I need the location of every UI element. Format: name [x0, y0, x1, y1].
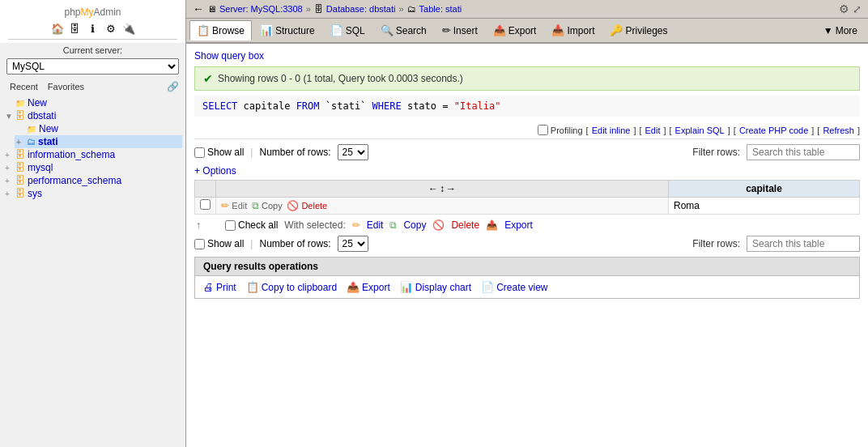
sidebar-item-label[interactable]: New [39, 123, 58, 134]
back-arrow[interactable]: ← [193, 2, 204, 15]
row-delete-link[interactable]: Delete [301, 201, 327, 211]
arrow-left[interactable]: ← [428, 183, 438, 194]
tab-privileges[interactable]: 🔑 Privileges [602, 20, 674, 40]
delete2-icon: 🚫 [432, 219, 445, 231]
plugin-icon[interactable]: 🔌 [121, 21, 136, 36]
filter-input-bottom[interactable] [747, 236, 860, 252]
sql-col: capitale [244, 100, 296, 112]
edit-link[interactable]: Edit [645, 126, 661, 135]
sidebar-item-new-root[interactable]: 📁 New [3, 96, 182, 109]
sql-display: SELECT capitale FROM `stati` WHERE stato… [194, 96, 860, 117]
row-copy-link[interactable]: Copy [262, 201, 283, 211]
tab-recent[interactable]: Recent [6, 81, 41, 93]
tab-search[interactable]: 🔍 Search [373, 20, 434, 40]
more-arrow-icon: ▼ [823, 25, 833, 36]
create-view-link[interactable]: 📄 Create view [481, 281, 547, 293]
sidebar-item-information-schema[interactable]: + 🗄 information_schema [3, 148, 182, 161]
tab-insert[interactable]: ✏ Insert [435, 20, 485, 40]
sidebar-item-label[interactable]: performance_schema [28, 175, 121, 186]
info-icon[interactable]: ℹ [86, 21, 100, 36]
connect-icon[interactable]: 🔗 [167, 81, 179, 93]
sidebar-item-label[interactable]: mysql [28, 162, 53, 173]
with-selected-copy[interactable]: Copy [403, 219, 426, 231]
export-link[interactable]: 📤 Export [347, 281, 390, 293]
collapse-icon[interactable]: ⤢ [853, 3, 862, 15]
sidebar-item-performance-schema[interactable]: + 🗄 performance_schema [3, 174, 182, 187]
show-all-checkbox-top[interactable] [194, 147, 205, 158]
success-text: Showing rows 0 - 0 (1 total, Query took … [218, 73, 463, 84]
tab-import[interactable]: 📥 Import [544, 20, 602, 40]
tab-more[interactable]: ▼ More [816, 21, 865, 40]
sidebar-item-label[interactable]: dbstati [28, 110, 56, 121]
sidebar-item-label[interactable]: New [28, 97, 47, 109]
print-link[interactable]: 🖨 Print [203, 281, 236, 293]
create-php-code-link[interactable]: Create PHP code [739, 126, 808, 135]
display-chart-link[interactable]: 📊 Display chart [400, 281, 471, 293]
show-query-box-link[interactable]: Show query box [194, 50, 860, 62]
check-all-checkbox[interactable] [225, 220, 236, 231]
arrow-right[interactable]: → [446, 183, 456, 194]
query-results-header: Query results operations [195, 258, 859, 276]
row-edit-link[interactable]: Edit [232, 201, 247, 211]
new-icon: 📁 [15, 99, 25, 108]
edit-inline-link[interactable]: Edit inline [592, 126, 631, 135]
db-icon: 🗄 [15, 162, 25, 173]
options-link[interactable]: + Options [194, 165, 860, 177]
row-checkbox[interactable] [200, 199, 211, 210]
sidebar-item-sys[interactable]: + 🗄 sys [3, 187, 182, 200]
breadcrumb-db[interactable]: Database: dbstati [326, 4, 396, 14]
show-all-checkbox-bottom[interactable] [194, 239, 205, 249]
th-capitale[interactable]: capitale [669, 181, 860, 198]
sidebar: phpMyAdmin 🏠 🗄 ℹ ⚙ 🔌 Current server: MyS… [0, 0, 186, 447]
sidebar-item-label[interactable]: stati [38, 136, 58, 147]
profiling-row: Profiling [ Edit inline ] [ Edit ] [ Exp… [194, 123, 860, 139]
sidebar-item-mysql[interactable]: + 🗄 mysql [3, 161, 182, 174]
home-icon[interactable]: 🏠 [50, 21, 65, 36]
with-selected-edit[interactable]: Edit [367, 219, 384, 231]
query-results-box: Query results operations 🖨 Print 📋 Copy … [194, 257, 860, 299]
sidebar-item-stati[interactable]: + 🗂 stati [15, 135, 182, 148]
bracket-mid2: ] [663, 126, 666, 135]
bracket-end: ] [857, 126, 860, 135]
check-all-label[interactable]: Check all [225, 219, 278, 231]
breadcrumb-table[interactable]: Table: stati [419, 4, 462, 14]
server-select[interactable]: MySQL [6, 58, 179, 74]
copy2-icon: ⧉ [389, 219, 397, 231]
refresh-link[interactable]: Refresh [823, 126, 854, 135]
with-selected-delete[interactable]: Delete [451, 219, 479, 231]
sidebar-item-dbstati[interactable]: ▼ 🗄 dbstati [3, 109, 182, 122]
breadcrumb-server[interactable]: Server: MySQL:3308 [219, 4, 303, 14]
tab-browse[interactable]: 📋 Browse [189, 20, 252, 40]
logo: phpMyAdmin [8, 6, 177, 18]
data-table: ← ↕ → capitale ✏ [194, 180, 860, 215]
copy-to-clipboard-link[interactable]: 📋 Copy to clipboard [246, 281, 337, 293]
breadcrumb-settings-icon[interactable]: ⚙ [839, 2, 849, 15]
num-rows-select-top[interactable]: 25 [338, 144, 368, 160]
sidebar-item-label[interactable]: sys [28, 188, 42, 199]
col-header-text: capitale [746, 183, 782, 194]
tab-more-label: More [836, 25, 857, 36]
show-all-label-top[interactable]: Show all [194, 147, 244, 158]
tab-export[interactable]: 📤 Export [486, 20, 544, 40]
profiling-label[interactable]: Profiling [538, 125, 583, 135]
sidebar-item-new-dbstati[interactable]: 📁 New [15, 122, 182, 135]
filter-input-top[interactable] [747, 144, 860, 160]
table-controls-top: Show all | Number of rows: 25 Filter row… [194, 144, 860, 160]
db-icon[interactable]: 🗄 [68, 21, 83, 36]
server-icon: 🖥 [207, 4, 216, 14]
profiling-checkbox[interactable] [538, 125, 548, 135]
insert-icon: ✏ [442, 24, 451, 36]
show-all-label-bottom[interactable]: Show all [194, 238, 244, 249]
sidebar-item-label[interactable]: information_schema [28, 149, 115, 160]
th-actions: ← ↕ → [216, 181, 669, 198]
current-server-label: Current server: [0, 43, 185, 57]
num-rows-select-bottom[interactable]: 25 [338, 236, 368, 252]
with-selected-export[interactable]: Export [504, 219, 533, 231]
privileges-icon: 🔑 [610, 24, 623, 36]
tab-favorites[interactable]: Favorites [45, 81, 87, 93]
tab-structure[interactable]: 📊 Structure [253, 20, 322, 40]
tab-sql[interactable]: 📄 SQL [323, 20, 372, 40]
content-area: Show query box ✔ Showing rows 0 - 0 (1 t… [186, 44, 868, 447]
settings-icon[interactable]: ⚙ [104, 21, 118, 36]
explain-sql-link[interactable]: Explain SQL [675, 126, 725, 135]
